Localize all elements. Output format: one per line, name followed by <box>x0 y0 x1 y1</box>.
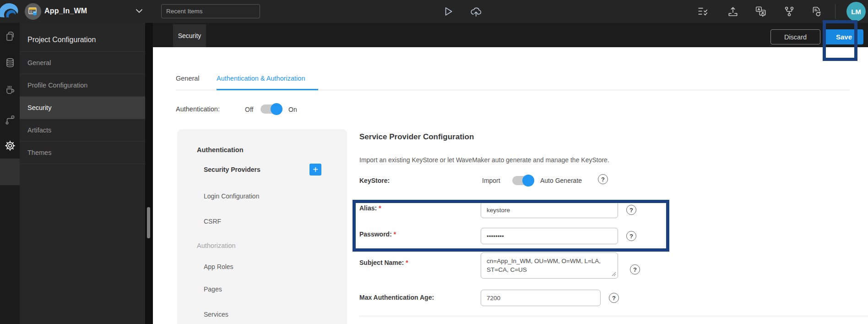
nav-item-login-configuration[interactable]: Login Configuration <box>204 192 259 200</box>
max-authentication-age-help-icon[interactable]: ? <box>609 293 619 303</box>
tab-authentication-authorization[interactable]: Authentication & Authorization <box>217 75 305 82</box>
subject-name-textarea[interactable]: cn=App_In_WM, OU=WM, O=WM, L=LA, ST=CA, … <box>481 253 618 279</box>
active-tab-underline <box>217 89 318 90</box>
scrollbar-thumb[interactable] <box>147 207 150 238</box>
nav-item-csrf[interactable]: CSRF <box>204 218 221 225</box>
export-icon[interactable] <box>727 5 739 18</box>
app-window: App_In_WM <box>0 0 868 324</box>
wavemaker-logo-icon[interactable] <box>0 1 21 22</box>
required-marker: * <box>406 259 408 266</box>
avatar[interactable]: LM <box>846 2 866 21</box>
pages-icon[interactable] <box>4 30 16 42</box>
main-content: General Authentication & Authorization A… <box>153 47 868 324</box>
max-authentication-age-label: Max Authentication Age: <box>359 294 434 301</box>
discard-button[interactable]: Discard <box>770 29 820 44</box>
password-input[interactable] <box>481 228 618 244</box>
alias-label: Alias:* <box>359 204 381 212</box>
section-description: Import an existing KeyStore or let WaveM… <box>359 156 609 164</box>
java-services-icon[interactable] <box>4 83 16 95</box>
alias-help-icon[interactable]: ? <box>626 205 636 215</box>
file-sync-icon[interactable] <box>810 5 823 18</box>
add-security-provider-button[interactable]: + <box>309 164 321 176</box>
password-label: Password:* <box>359 231 396 238</box>
sidebar: Project Configuration General Profile Co… <box>20 23 145 324</box>
run-icon[interactable] <box>441 5 454 18</box>
subject-name-label: Subject Name:* <box>359 259 408 266</box>
nav-section-authentication: Authentication <box>197 146 244 154</box>
toggle-on-label: On <box>288 106 297 113</box>
section-divider <box>359 316 868 316</box>
section-title: Service Provider Configuration <box>359 132 474 142</box>
top-bar: App_In_WM <box>0 0 868 23</box>
sidebar-scroll-gutter <box>145 23 153 324</box>
max-authentication-age-input[interactable] <box>481 290 601 306</box>
subject-name-help-icon[interactable]: ? <box>630 264 640 275</box>
page-tab-security[interactable]: Security <box>173 24 206 47</box>
nav-item-security-providers[interactable]: Security Providers <box>204 166 260 173</box>
topbar-divider <box>835 4 835 19</box>
sidebar-title: Project Configuration <box>27 36 96 44</box>
avatar-initials: LM <box>851 8 861 16</box>
checklist-icon[interactable] <box>697 5 710 18</box>
required-marker: * <box>394 231 396 238</box>
keystore-toggle-knob[interactable] <box>522 175 534 187</box>
branch-icon[interactable] <box>783 5 796 18</box>
keystore-import-label: Import <box>482 177 500 184</box>
page-header: Security Discard Save <box>153 23 868 47</box>
sidebar-item-general[interactable]: General <box>20 52 145 74</box>
toggle-off-label: Off <box>245 106 253 113</box>
recent-items-input[interactable] <box>161 4 260 18</box>
settings-icon[interactable] <box>4 140 16 152</box>
rail-active-highlight <box>0 159 20 185</box>
password-help-icon[interactable]: ? <box>626 231 636 241</box>
nav-section-authorization: Authorization <box>197 242 236 249</box>
project-name[interactable]: App_In_WM <box>44 7 87 15</box>
alias-input[interactable] <box>481 202 618 218</box>
apis-icon[interactable] <box>4 114 16 126</box>
resize-handle-icon[interactable] <box>612 272 616 276</box>
database-icon[interactable] <box>4 57 16 69</box>
authentication-label: Authentication: <box>176 105 220 113</box>
sidebar-item-artifacts[interactable]: Artifacts <box>20 119 145 142</box>
required-marker: * <box>379 204 381 212</box>
left-icon-rail <box>0 23 20 324</box>
deploy-icon[interactable] <box>470 5 483 18</box>
keystore-help-icon[interactable]: ? <box>598 174 608 184</box>
sidebar-item-security[interactable]: Security <box>20 97 145 119</box>
nav-item-app-roles[interactable]: App Roles <box>204 263 233 270</box>
save-button[interactable]: Save <box>825 29 863 44</box>
tab-general[interactable]: General <box>176 75 200 82</box>
sidebar-item-themes[interactable]: Themes <box>20 142 145 164</box>
nav-item-services[interactable]: Services <box>204 311 228 318</box>
keystore-auto-generate-label: Auto Generate <box>540 177 582 184</box>
chevron-down-icon[interactable] <box>136 9 143 14</box>
authentication-toggle-knob[interactable] <box>271 103 282 115</box>
sidebar-item-profile-configuration[interactable]: Profile Configuration <box>20 74 145 97</box>
security-nav-panel: Authentication Security Providers + Logi… <box>177 129 347 324</box>
keystore-label: KeyStore: <box>359 177 390 184</box>
translate-icon[interactable] <box>754 5 767 18</box>
nav-item-pages[interactable]: Pages <box>204 286 222 293</box>
app-icon[interactable] <box>25 3 41 20</box>
